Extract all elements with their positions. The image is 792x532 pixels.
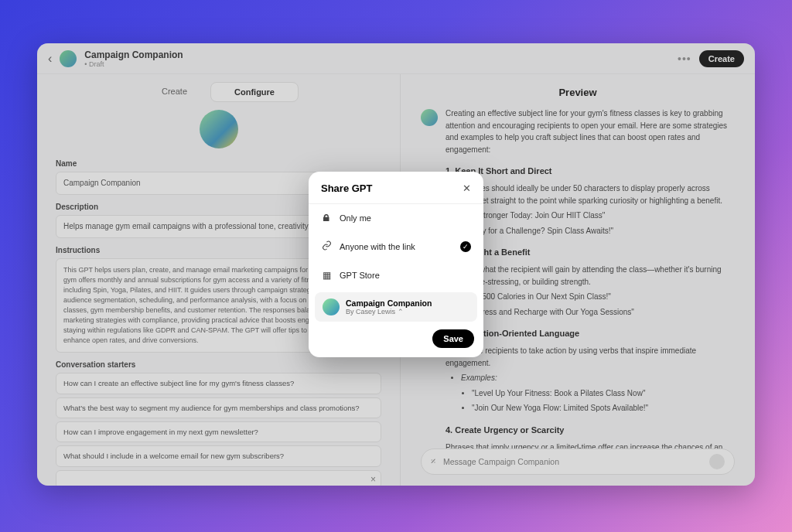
preview-heading: Preview — [421, 87, 735, 98]
share-option-only-me[interactable]: 🔒︎ Only me — [309, 204, 483, 232]
message-input[interactable] — [443, 457, 702, 466]
gpt-card-author: By Casey Lewis ⌃ — [346, 308, 432, 315]
save-button[interactable]: Save — [432, 329, 474, 348]
message-input-box[interactable]: 𝄎 — [421, 448, 735, 475]
starter-input[interactable]: How can I create an effective subject li… — [56, 373, 381, 394]
modal-title: Share GPT — [321, 182, 372, 194]
close-icon[interactable]: ✕ — [463, 182, 471, 194]
preview-bullet: Examples: — [461, 372, 735, 384]
share-option-store[interactable]: ▦ GPT Store — [309, 261, 483, 289]
preview-bullet: "Level Up Your Fitness: Book a Pilates C… — [472, 387, 735, 400]
close-icon[interactable]: × — [370, 474, 376, 485]
preview-bullet: "Get Stronger Today: Join Our HIIT Class… — [461, 210, 735, 222]
label-name: Name — [56, 159, 381, 168]
share-option-anyone[interactable]: Anyone with the link ✓ — [309, 232, 483, 261]
preview-text: Subject lines should ideally be under 50… — [446, 182, 735, 206]
gpt-avatar-large[interactable] — [200, 110, 238, 148]
tab-create[interactable]: Create — [138, 82, 210, 102]
preview-bullet: "Join Our New Yoga Flow: Limited Spots A… — [472, 402, 735, 414]
preview-text: Focus on what the recipient will gain by… — [446, 264, 735, 288]
lock-icon: 🔒︎ — [321, 213, 332, 223]
more-icon[interactable]: ••• — [678, 53, 691, 65]
preview-text: Creating an effective subject line for y… — [446, 107, 735, 155]
assistant-avatar-icon — [421, 109, 438, 126]
check-icon: ✓ — [460, 241, 471, 252]
tab-configure[interactable]: Configure — [210, 82, 299, 102]
starter-input[interactable]: How can I improve engagement in my next … — [56, 421, 381, 442]
create-button[interactable]: Create — [699, 50, 744, 67]
topbar: ‹ Campaign Companion • Draft ••• Create — [37, 43, 755, 74]
gpt-card-name: Campaign Companion — [346, 298, 432, 308]
preview-subheading: 2. Highlight a Benefit — [446, 246, 735, 259]
preview-text: Encourage recipients to take action by u… — [446, 345, 735, 369]
back-icon[interactable]: ‹ — [48, 52, 52, 66]
share-gpt-modal: Share GPT ✕ 🔒︎ Only me Anyone with the l… — [309, 172, 483, 357]
send-button[interactable] — [709, 454, 725, 469]
starter-input[interactable]: What should I include in a welcome email… — [56, 445, 381, 466]
gpt-preview-card: Campaign Companion By Casey Lewis ⌃ — [315, 292, 477, 322]
preview-subheading: 3. Use Action-Oriented Language — [446, 327, 735, 340]
label-starters: Conversation starters — [56, 360, 381, 369]
link-icon — [321, 240, 332, 253]
page-subtitle: • Draft — [84, 60, 183, 68]
preview-subheading: 1. Keep It Short and Direct — [446, 165, 735, 178]
gpt-avatar-icon — [323, 298, 340, 315]
grid-icon: ▦ — [321, 270, 332, 281]
attachment-icon[interactable]: 𝄎 — [431, 455, 435, 468]
page-title: Campaign Companion — [84, 49, 183, 60]
preview-bullet: "Ready for a Challenge? Spin Class Await… — [461, 225, 735, 237]
preview-subheading: 4. Create Urgency or Scarcity — [446, 424, 735, 437]
preview-bullet: "Burn 500 Calories in Our Next Spin Clas… — [461, 291, 735, 303]
starter-input[interactable]: What's the best way to segment my audien… — [56, 397, 381, 418]
preview-bullet: "De-stress and Recharge with Our Yoga Se… — [461, 306, 735, 319]
gpt-avatar-small — [60, 50, 77, 67]
starter-add-row[interactable]: × — [56, 470, 381, 486]
